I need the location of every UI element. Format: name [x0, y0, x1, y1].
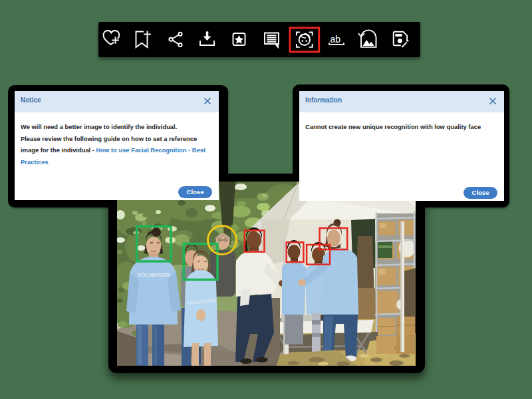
svg-text:ab: ab [331, 34, 341, 45]
svg-text:VOLUNTEER: VOLUNTEER [138, 272, 170, 278]
